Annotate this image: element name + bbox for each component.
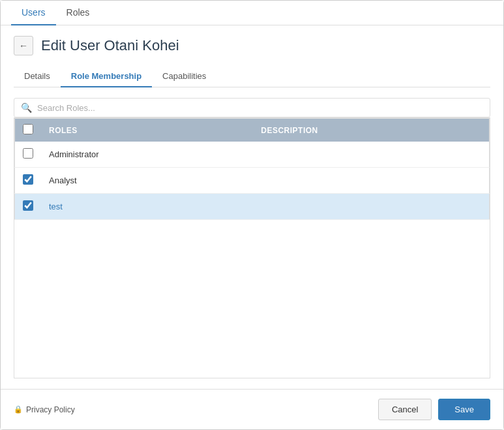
tab-details[interactable]: Details bbox=[14, 66, 61, 87]
role-description-analyst bbox=[253, 168, 489, 194]
row-checkbox-administrator[interactable] bbox=[23, 148, 33, 159]
save-button[interactable]: Save bbox=[438, 399, 490, 420]
content-area: ← Edit User Otani Kohei Details Role Mem… bbox=[1, 25, 503, 389]
lock-icon: 🔒 bbox=[14, 405, 23, 414]
footer: 🔒 Privacy Policy Cancel Save bbox=[1, 389, 503, 429]
header-roles: Roles bbox=[41, 119, 253, 142]
header-checkbox-cell bbox=[15, 119, 42, 142]
footer-buttons: Cancel Save bbox=[378, 399, 490, 420]
privacy-policy-link[interactable]: 🔒 Privacy Policy bbox=[14, 405, 75, 414]
main-window: Users Roles ← Edit User Otani Kohei Deta… bbox=[0, 0, 504, 430]
table-row: Administrator bbox=[15, 142, 490, 168]
back-button[interactable]: ← bbox=[14, 36, 33, 55]
role-description-administrator bbox=[253, 142, 489, 168]
row-checkbox-cell bbox=[15, 194, 42, 220]
row-checkbox-test[interactable] bbox=[23, 200, 33, 211]
page-title: Edit User Otani Kohei bbox=[41, 37, 179, 54]
search-icon: 🔍 bbox=[21, 102, 32, 113]
sub-tab-bar: Details Role Membership Capabilities bbox=[14, 66, 490, 87]
role-name-analyst: Analyst bbox=[41, 168, 253, 194]
role-name-test: test bbox=[41, 194, 253, 220]
roles-table-wrapper: Roles Description Administrator bbox=[14, 117, 490, 378]
privacy-policy-label: Privacy Policy bbox=[26, 405, 75, 414]
tab-role-membership[interactable]: Role Membership bbox=[61, 66, 152, 87]
search-input[interactable] bbox=[37, 103, 483, 113]
row-checkbox-cell bbox=[15, 142, 42, 168]
role-description-test bbox=[253, 194, 489, 220]
tab-users[interactable]: Users bbox=[11, 1, 56, 25]
table-row: test bbox=[15, 194, 490, 220]
top-tab-bar: Users Roles bbox=[1, 1, 503, 25]
header-description: Description bbox=[253, 119, 489, 142]
table-row: Analyst bbox=[15, 168, 490, 194]
roles-table: Roles Description Administrator bbox=[14, 118, 490, 220]
page-header: ← Edit User Otani Kohei bbox=[14, 36, 490, 55]
search-bar: 🔍 bbox=[14, 98, 490, 117]
tab-roles[interactable]: Roles bbox=[56, 1, 100, 25]
cancel-button[interactable]: Cancel bbox=[378, 399, 432, 420]
row-checkbox-analyst[interactable] bbox=[23, 174, 33, 185]
row-checkbox-cell bbox=[15, 168, 42, 194]
tab-capabilities[interactable]: Capabilities bbox=[152, 66, 216, 87]
table-header: Roles Description bbox=[15, 119, 490, 142]
table-body: Administrator Analyst te bbox=[15, 142, 490, 220]
role-name-administrator: Administrator bbox=[41, 142, 253, 168]
select-all-checkbox[interactable] bbox=[23, 124, 33, 134]
